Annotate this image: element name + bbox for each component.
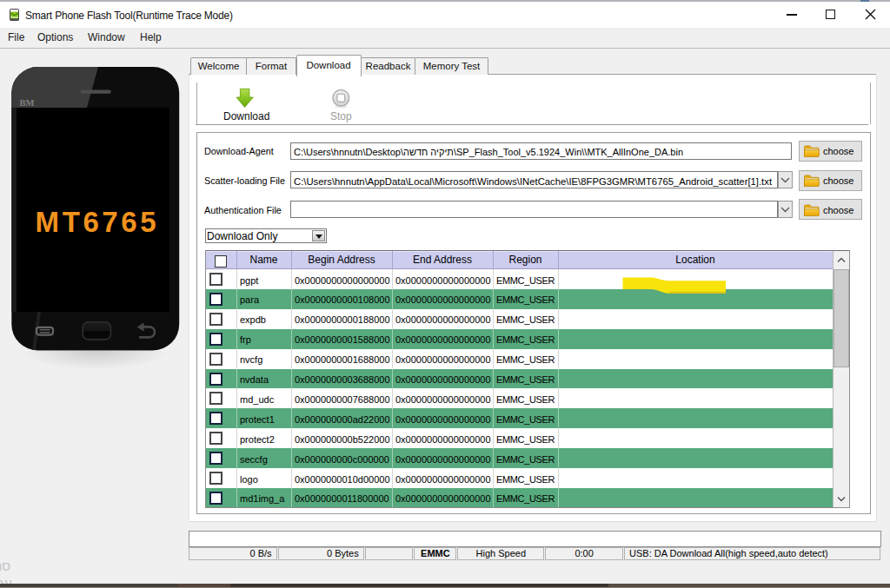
svg-text:BM: BM — [20, 98, 35, 108]
